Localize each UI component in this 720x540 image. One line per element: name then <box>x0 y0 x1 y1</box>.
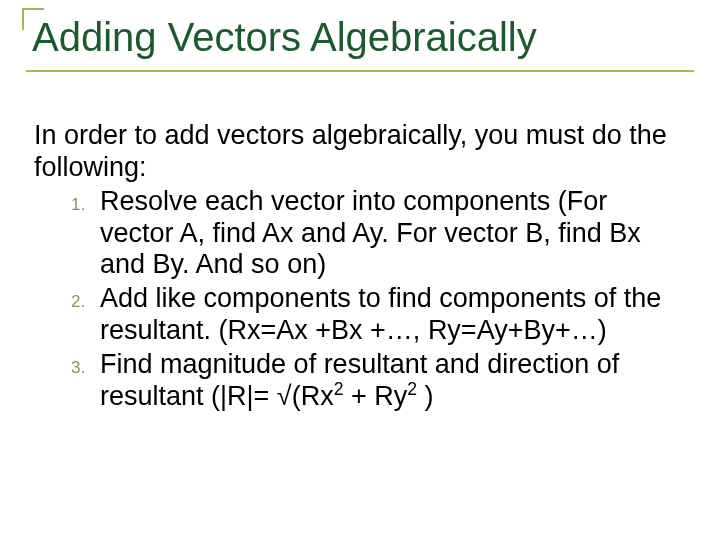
step-2: Add like components to find components o… <box>90 283 674 347</box>
step-3: Find magnitude of resultant and directio… <box>90 349 674 413</box>
slide: Adding Vectors Algebraically In order to… <box>0 0 720 540</box>
body-content: In order to add vectors algebraically, y… <box>34 120 674 415</box>
title-area: Adding Vectors Algebraically <box>26 10 694 72</box>
slide-title: Adding Vectors Algebraically <box>26 10 694 72</box>
step-3-part-c: ) <box>417 381 434 411</box>
steps-list: Resolve each vector into components (For… <box>34 186 674 413</box>
step-3-sup1: 2 <box>334 379 344 399</box>
intro-text: In order to add vectors algebraically, y… <box>34 120 674 184</box>
step-3-part-b: + Ry <box>343 381 407 411</box>
step-1: Resolve each vector into components (For… <box>90 186 674 282</box>
step-3-sup2: 2 <box>407 379 417 399</box>
title-corner-decoration <box>22 8 44 30</box>
